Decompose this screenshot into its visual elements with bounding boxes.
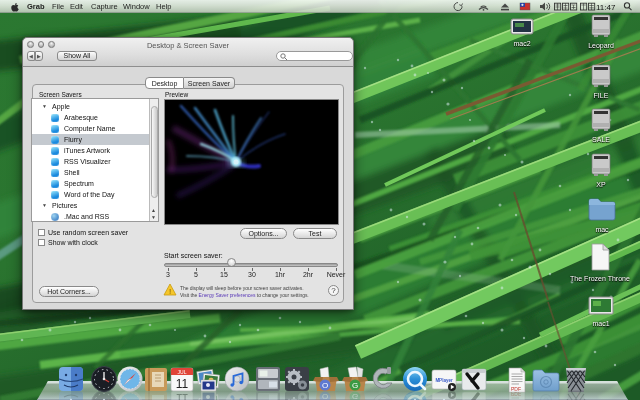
svg-text:MPlayer: MPlayer [435, 378, 453, 383]
svg-text:11: 11 [176, 377, 189, 391]
svg-text:11:47: 11:47 [596, 3, 616, 12]
svg-text:!: ! [169, 287, 171, 296]
svg-text:JUL: JUL [178, 369, 187, 375]
svg-text:G: G [352, 381, 358, 390]
svg-text:O: O [322, 381, 328, 390]
